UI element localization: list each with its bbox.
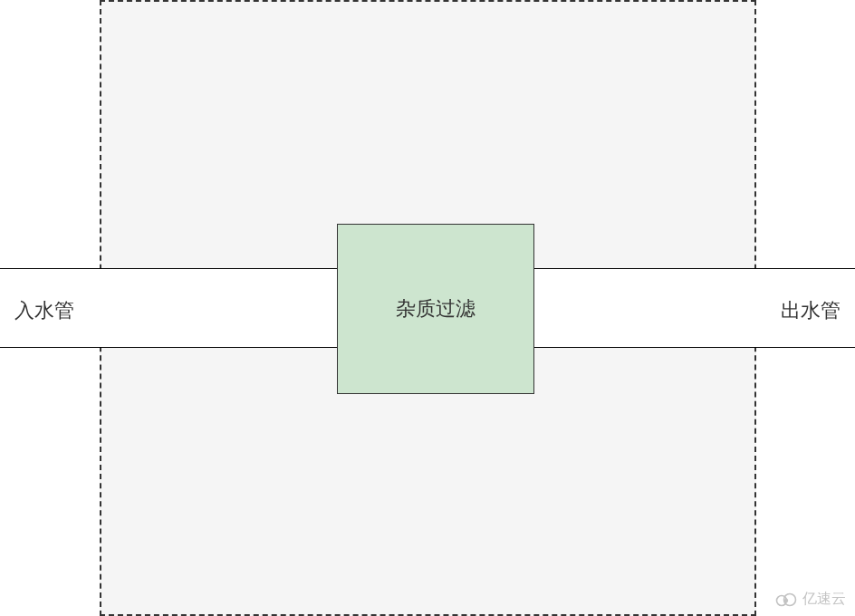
svg-point-2: [784, 598, 788, 602]
inlet-pipe-label: 入水管: [14, 297, 74, 324]
watermark: 亿速云: [773, 590, 846, 609]
filter-label: 杂质过滤: [396, 295, 476, 322]
outlet-pipe-label: 出水管: [781, 297, 841, 324]
cloud-icon: [773, 592, 799, 608]
filter-box: 杂质过滤: [337, 224, 534, 394]
watermark-text: 亿速云: [802, 590, 846, 609]
